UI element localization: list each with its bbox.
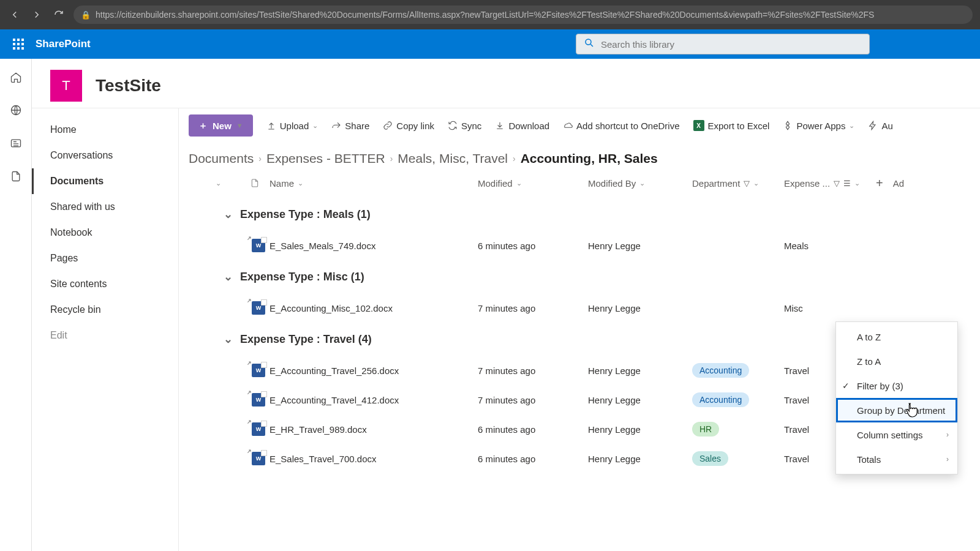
file-name[interactable]: E_Sales_Travel_700.docx [270,454,478,464]
column-expensetype[interactable]: Expense ...▽☰⌄ [784,178,876,189]
new-button[interactable]: ＋ New ▼ [189,114,253,137]
modifiedby-value: Henry Legge [588,241,692,251]
modifiedby-value: Henry Legge [588,365,692,376]
site-logo[interactable]: T [50,70,82,102]
plus-icon: ＋ [198,120,208,132]
word-file-icon: ↗W [252,239,265,252]
menu-group-by-department[interactable]: Group by Department [836,398,957,422]
chevron-right-icon: › [258,154,262,163]
address-bar[interactable]: 🔒 https://citizenbuilders.sharepoint.com… [74,6,973,24]
menu-a-to-z[interactable]: A to Z [836,324,957,349]
add-column-button[interactable]: + Ad [876,176,913,190]
forward-button[interactable] [29,7,44,22]
modifiedby-value: Henry Legge [588,454,692,464]
globe-icon[interactable] [9,103,23,118]
nav-edit[interactable]: Edit [32,323,178,348]
crumb-types[interactable]: Meals, Misc, Travel [398,151,508,166]
modified-value: 6 minutes ago [478,454,588,464]
chevron-right-icon: › [513,154,516,163]
svg-rect-8 [21,47,24,50]
file-name[interactable]: E_Sales_Meals_749.docx [270,241,478,251]
automate-button[interactable]: Au [868,121,892,131]
group-row[interactable]: ⌄Expense Type : Misc (1) [181,260,978,293]
groupby-icon: ☰ [843,179,851,188]
search-box[interactable] [576,34,870,54]
addshortcut-button[interactable]: Add shortcut to OneDrive [563,121,679,131]
search-input[interactable] [601,39,862,50]
nav-shared[interactable]: Shared with us [32,194,178,220]
table-row[interactable]: ↗WE_Sales_Meals_749.docx6 minutes agoHen… [181,231,978,260]
home-icon[interactable] [9,70,23,84]
crumb-documents[interactable]: Documents [189,151,254,166]
share-button[interactable]: Share [331,121,369,131]
table-header: ⌄ Name⌄ Modified⌄ Modified By⌄ Departmen… [181,168,978,198]
nav-sitecontents[interactable]: Site contents [32,271,178,297]
url-text: https://citizenbuilders.sharepoint.com/s… [96,10,874,20]
group-label: Expense Type : Misc (1) [240,271,364,283]
filter-icon: ▽ [744,179,750,188]
chevron-right-icon: › [390,154,393,163]
column-name[interactable]: Name⌄ [270,178,478,189]
chevron-down-icon[interactable]: ⌄ [216,332,240,346]
menu-z-to-a[interactable]: Z to A [836,349,957,373]
chevron-down-icon[interactable]: ⌄ [216,208,240,221]
department-value: Accounting [692,392,784,407]
app-launcher-icon[interactable] [6,32,31,56]
file-name[interactable]: E_Accounting_Travel_256.docx [270,365,478,376]
file-name[interactable]: E_Accounting_Misc_102.docx [270,303,478,313]
file-name[interactable]: E_Accounting_Travel_412.docx [270,395,478,405]
menu-column-settings[interactable]: Column settings› [836,422,957,447]
brand-label[interactable]: SharePoint [36,38,91,50]
crumb-expenses[interactable]: Expenses - BETTER [266,151,385,166]
chevron-right-icon: › [946,455,949,463]
group-label: Expense Type : Meals (1) [240,208,371,221]
modified-value: 6 minutes ago [478,424,588,435]
filetype-header[interactable] [240,178,270,189]
column-modifiedby[interactable]: Modified By⌄ [588,178,692,189]
upload-button[interactable]: Upload⌄ [266,121,318,131]
sync-button[interactable]: Sync [448,121,481,131]
excel-icon: X [693,120,704,131]
back-button[interactable] [7,7,22,22]
word-file-icon: ↗W [252,393,265,407]
chevron-down-icon: ⌄ [849,122,854,130]
expensetype-value: Meals [784,241,876,251]
modifiedby-value: Henry Legge [588,424,692,435]
nav-conversations[interactable]: Conversations [32,143,178,168]
copylink-button[interactable]: Copy link [383,121,434,131]
department-value: Accounting [692,363,784,378]
news-icon[interactable] [9,136,23,151]
nav-documents[interactable]: Documents [32,168,178,194]
nav-notebook[interactable]: Notebook [32,220,178,246]
site-header: T TestSite [32,59,980,108]
filter-icon: ▽ [834,179,840,188]
export-excel-button[interactable]: XExport to Excel [693,120,770,131]
chevron-down-icon: ⌄ [753,179,759,187]
modified-value: 6 minutes ago [478,241,588,251]
menu-filter-by[interactable]: ✓Filter by (3) [836,373,957,398]
expand-all[interactable]: ⌄ [216,179,240,187]
reload-button[interactable] [51,7,66,22]
svg-rect-5 [21,43,24,45]
expensetype-value: Misc [784,303,876,313]
menu-totals[interactable]: Totals› [836,447,957,471]
nav-recycle[interactable]: Recycle bin [32,297,178,323]
lock-icon: 🔒 [81,10,91,20]
download-button[interactable]: Download [495,121,549,131]
group-row[interactable]: ⌄Expense Type : Meals (1) [181,198,978,231]
chevron-down-icon[interactable]: ⌄ [216,270,240,283]
nav-home[interactable]: Home [32,117,178,143]
site-title[interactable]: TestSite [96,76,161,96]
file-name[interactable]: E_HR_Travel_989.docx [270,424,478,435]
table-row[interactable]: ↗WE_Accounting_Misc_102.docx7 minutes ag… [181,293,978,323]
chevron-down-icon: ⌄ [639,179,645,187]
column-department[interactable]: Department▽⌄ [692,178,784,189]
group-label: Expense Type : Travel (4) [240,333,372,346]
powerapps-button[interactable]: Power Apps⌄ [783,121,854,131]
files-icon[interactable] [9,169,23,184]
column-modified[interactable]: Modified⌄ [478,178,588,189]
modified-value: 7 minutes ago [478,365,588,376]
suite-header: SharePoint [0,29,980,59]
nav-pages[interactable]: Pages [32,246,178,271]
chevron-down-icon: ⌄ [854,179,860,187]
